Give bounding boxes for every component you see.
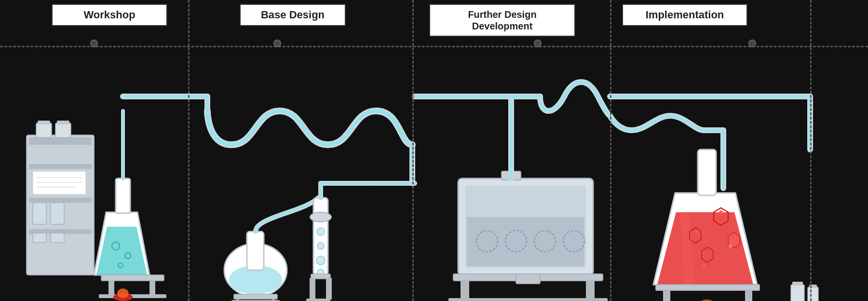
svg-rect-53: [310, 278, 315, 300]
svg-rect-23: [101, 275, 164, 281]
svg-rect-5: [36, 123, 52, 137]
base-design-bottom: [224, 183, 415, 301]
svg-point-60: [310, 212, 331, 222]
svg-rect-16: [51, 233, 64, 243]
connector-3: [534, 40, 542, 47]
svg-rect-78: [461, 280, 469, 299]
stage-label-workshop: Workshop: [52, 4, 167, 26]
svg-rect-15: [33, 233, 46, 243]
svg-rect-1: [29, 137, 92, 145]
connector-4: [748, 40, 756, 47]
workshop-lab-setup: [27, 121, 94, 275]
svg-rect-14: [51, 203, 64, 224]
top-connector-line: [0, 46, 868, 47]
svg-rect-101: [663, 290, 670, 301]
svg-point-28: [117, 288, 129, 298]
svg-rect-8: [57, 121, 69, 124]
connector-2: [273, 40, 281, 47]
workshop-flask: [94, 111, 166, 301]
svg-rect-42: [247, 232, 264, 270]
svg-rect-80: [448, 298, 608, 301]
svg-rect-6: [38, 121, 50, 124]
illustration-area: [0, 48, 868, 301]
svg-rect-108: [808, 287, 818, 301]
svg-rect-81: [516, 274, 540, 284]
svg-rect-107: [792, 282, 803, 286]
svg-rect-13: [33, 203, 46, 224]
svg-rect-26: [99, 294, 166, 298]
svg-rect-43: [234, 294, 277, 299]
svg-rect-102: [745, 290, 752, 301]
svg-rect-106: [791, 285, 804, 301]
svg-rect-79: [586, 280, 595, 299]
svg-rect-25: [149, 281, 155, 295]
svg-rect-69: [467, 217, 584, 266]
svg-rect-24: [108, 281, 114, 295]
divider-1: [188, 0, 190, 301]
further-design-apparatus: [415, 82, 610, 301]
svg-point-96: [719, 210, 723, 214]
stage-label-base-design: Base Design: [240, 4, 346, 26]
svg-point-48: [317, 228, 325, 235]
svg-point-50: [316, 256, 325, 265]
divider-2: [412, 0, 414, 301]
svg-rect-91: [698, 150, 716, 195]
divider-4: [810, 0, 812, 301]
svg-rect-9: [33, 171, 86, 194]
base-design-coil: [123, 96, 412, 183]
implementation-apparatus: [610, 96, 818, 301]
svg-rect-100: [656, 285, 760, 290]
svg-point-98: [729, 245, 732, 248]
divider-3: [610, 0, 611, 301]
svg-rect-2: [29, 164, 92, 169]
svg-rect-54: [326, 278, 332, 300]
lab-illustration: [0, 48, 868, 301]
stage-label-further-design: Further DesignDevelopment: [429, 4, 575, 37]
connector-1: [90, 40, 98, 47]
svg-rect-7: [55, 123, 71, 137]
svg-rect-55: [306, 299, 330, 301]
stage-label-implementation: Implementation: [622, 4, 747, 26]
svg-rect-19: [116, 178, 130, 213]
svg-rect-3: [29, 198, 92, 203]
svg-point-49: [317, 243, 324, 249]
svg-point-99: [703, 264, 705, 267]
svg-point-97: [695, 230, 698, 233]
